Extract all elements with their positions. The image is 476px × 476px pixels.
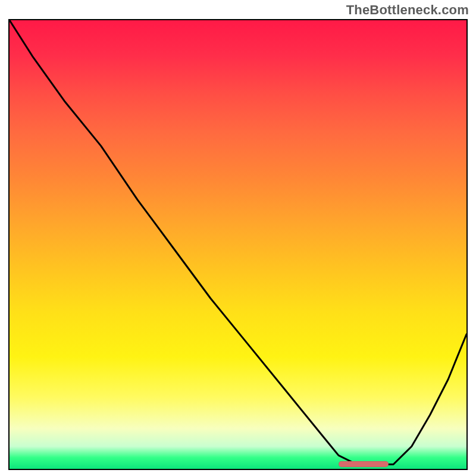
plot-area <box>8 19 468 470</box>
bottleneck-curve <box>10 20 466 469</box>
chart-wrapper: TheBottleneck.com <box>0 0 476 476</box>
optimal-range-bar <box>339 461 389 467</box>
watermark-text: TheBottleneck.com <box>346 2 469 18</box>
